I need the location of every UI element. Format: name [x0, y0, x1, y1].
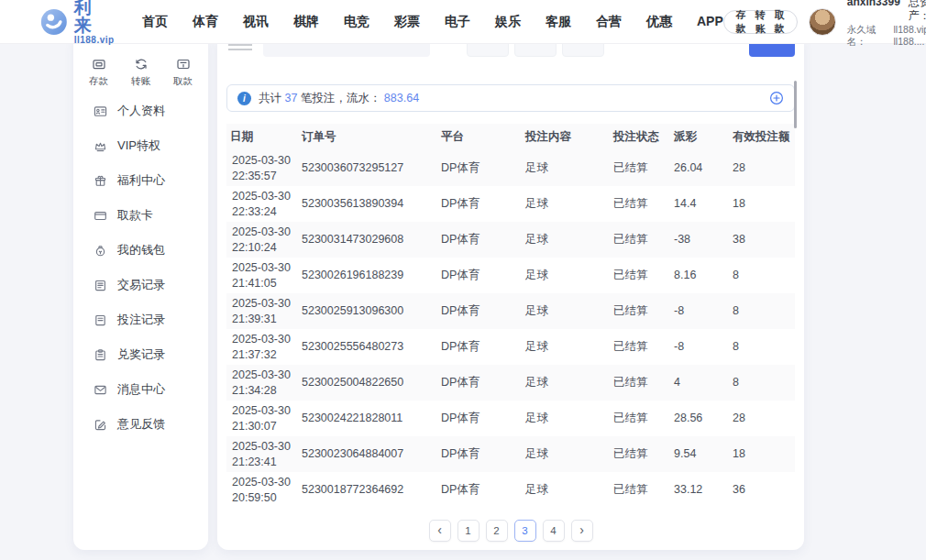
bet-table: 日期订单号平台投注内容投注状态派彩有效投注额 2025-03-3022:35:5… [226, 124, 795, 508]
cell-date: 2025-03-3020:59:50 [226, 472, 298, 508]
sidebar-item-withdraw-card[interactable]: 取款卡 [81, 198, 201, 233]
cell-date: 2025-03-3021:41:05 [226, 258, 298, 293]
cell-platform: DP体育 [437, 365, 522, 401]
cell-date: 2025-03-3021:39:31 [226, 293, 298, 329]
sidebar-item-messages[interactable]: 消息中心 [81, 372, 201, 407]
table-row: 2025-03-3022:10:24 5230031473029608 DP体育… [226, 222, 795, 258]
cell-content: 足球 [522, 365, 610, 401]
pagination: ‹ 1234 › [226, 520, 795, 542]
cell-platform: DP体育 [437, 222, 522, 258]
cell-order: 5230035613890394 [298, 186, 437, 222]
table-header-cell: 派彩 [670, 124, 729, 150]
scrollbar-thumb[interactable] [794, 81, 797, 128]
withdraw-icon [175, 57, 192, 71]
table-header-cell: 平台 [437, 124, 522, 150]
cell-valid: 38 [729, 222, 795, 258]
cell-platform: DP体育 [437, 329, 522, 365]
nav-item[interactable]: 彩票 [394, 14, 420, 30]
sidebar-withdraw-button[interactable]: 取款 [173, 57, 193, 88]
sidebar: 存款 转账 取款 个人资料 [73, 33, 208, 550]
domain-value: ll188.vip | ll188.... [894, 24, 926, 48]
cell-order: 5230018772364692 [298, 472, 437, 508]
info-icon: i [237, 92, 251, 105]
plus-circle-icon[interactable] [769, 91, 784, 105]
nav-item[interactable]: APP [697, 14, 723, 30]
nav-item[interactable]: 体育 [193, 14, 218, 30]
cell-platform: DP体育 [437, 150, 522, 186]
table-row: 2025-03-3021:39:31 5230025913096300 DP体育… [226, 293, 795, 329]
cell-platform: DP体育 [437, 186, 522, 222]
cell-status: 已结算 [610, 472, 670, 508]
page-button[interactable]: 3 [514, 520, 536, 542]
sidebar-deposit-button[interactable]: 存款 [89, 57, 108, 88]
cell-date: 2025-03-3021:30:07 [226, 401, 298, 436]
avatar[interactable] [809, 8, 836, 36]
prev-page-button[interactable]: ‹ [429, 520, 451, 542]
logo[interactable]: 利 来 ll188.vip [40, 0, 118, 45]
sidebar-item-vip[interactable]: VIP特权 [81, 128, 201, 163]
nav-item[interactable]: 棋牌 [293, 14, 319, 30]
next-page-button[interactable]: › [571, 520, 593, 542]
cell-status: 已结算 [610, 365, 670, 401]
nav-item[interactable]: 电竞 [344, 14, 369, 30]
cell-content: 足球 [522, 401, 610, 436]
table-row: 2025-03-3021:34:28 5230025004822650 DP体育… [226, 365, 795, 401]
nav-item[interactable]: 视讯 [243, 14, 269, 30]
page-button[interactable]: 2 [486, 520, 508, 542]
cell-payout: 4 [670, 365, 729, 401]
sidebar-item-profile[interactable]: 个人资料 [81, 93, 201, 128]
wallet-action[interactable]: 转账 [755, 8, 766, 36]
cell-status: 已结算 [610, 436, 670, 472]
cell-status: 已结算 [610, 329, 670, 365]
wallet-action[interactable]: 存款 [736, 8, 746, 36]
nav-item[interactable]: 电子 [445, 14, 470, 30]
page-button[interactable]: 4 [543, 520, 565, 542]
cell-date: 2025-03-3021:34:28 [226, 365, 298, 401]
turnover-amount: 883.64 [384, 92, 419, 104]
cell-valid: 36 [729, 472, 795, 508]
sidebar-item-bet-records[interactable]: 投注记录 [81, 302, 201, 337]
cell-order: 5230036073295127 [298, 150, 437, 186]
cell-content: 足球 [522, 329, 610, 365]
deposit-icon [91, 57, 107, 71]
username[interactable]: anxin3399 [847, 0, 900, 9]
logo-title: 利 来 [74, 0, 118, 34]
sidebar-item-feedback[interactable]: 意见反馈 [81, 407, 201, 442]
envelope-icon [94, 383, 107, 397]
table-header-cell: 投注状态 [610, 124, 670, 150]
wallet-action[interactable]: 取款 [775, 8, 785, 36]
id-card-icon [94, 104, 107, 118]
nav-item[interactable]: 首页 [142, 14, 168, 30]
main-nav: 首页体育视讯棋牌电竞彩票电子娱乐客服合营优惠APP [142, 14, 723, 30]
cell-order: 5230025004822650 [298, 365, 437, 401]
sidebar-item-welfare[interactable]: 福利中心 [81, 163, 201, 198]
sidebar-item-transactions[interactable]: 交易记录 [81, 268, 201, 302]
cell-platform: DP体育 [437, 293, 522, 329]
feedback-icon [94, 418, 107, 432]
table-row: 2025-03-3021:23:41 5230023064884007 DP体育… [226, 436, 795, 472]
cell-content: 足球 [522, 436, 610, 472]
table-header-cell: 订单号 [298, 124, 437, 150]
bet-records-icon [94, 313, 107, 327]
assets-label: 总资产： [909, 0, 926, 23]
cell-order: 5230025556480273 [298, 329, 437, 365]
nav-item[interactable]: 娱乐 [495, 14, 521, 30]
bank-card-icon [94, 209, 107, 223]
sidebar-menu: 个人资料 VIP特权 福利中心 取款卡 [73, 93, 208, 442]
cell-order: 5230031473029608 [298, 222, 437, 258]
cell-content: 足球 [522, 150, 610, 186]
cell-valid: 28 [729, 401, 795, 436]
cell-date: 2025-03-3022:35:57 [226, 150, 298, 186]
cell-valid: 8 [729, 258, 795, 293]
page-button[interactable]: 1 [457, 520, 480, 542]
nav-item[interactable]: 优惠 [646, 14, 672, 30]
clipboard-icon [94, 348, 107, 362]
sidebar-transfer-button[interactable]: 转账 [131, 57, 150, 88]
gift-icon [94, 174, 107, 188]
nav-item[interactable]: 合营 [596, 14, 622, 30]
wallet-icon [94, 244, 107, 258]
sidebar-item-redeem-records[interactable]: 兑奖记录 [81, 337, 201, 372]
nav-item[interactable]: 客服 [546, 14, 571, 30]
user-meta: anxin3399 总资产： 1363.49元 永久域名： ll188.vip … [847, 0, 926, 48]
sidebar-item-wallet[interactable]: 我的钱包 [81, 233, 201, 268]
